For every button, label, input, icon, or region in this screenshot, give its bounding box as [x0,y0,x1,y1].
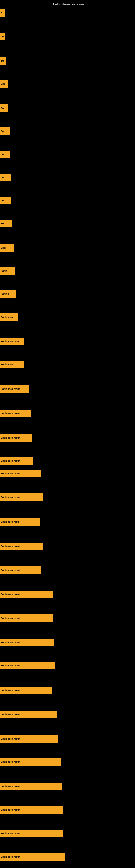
bar-item: Bott [0,197,11,204]
bar-item: Bottleneck result [0,493,43,501]
bar-label: Bottleneck result [1,569,20,571]
bar-label: Bot [1,153,5,156]
bar-item: Bottleneck result [0,614,53,622]
bar-label: Bottleneck result [1,689,20,692]
bar-item: Bottleneck [0,313,18,321]
bar-label: Bottlen [1,293,9,296]
bar-label: Bottleneck [1,316,13,318]
bar-item: Bot [0,104,8,112]
bar-label: Bott [1,130,5,133]
bar-item: Bottl [0,244,14,252]
bar-label: Bott [1,176,5,179]
bar-item: Bott [0,220,12,227]
bar-label: Bottleneck result [1,388,20,390]
site-title: TheBottlenecker.com [51,2,84,6]
bar-label: Bottleneck result [1,713,20,716]
bar-item: Bottleneck resu [0,518,41,526]
bar-label: Bott [1,222,5,225]
bar-label: Bottleneck result [1,856,20,858]
bar-item: Bottleneck result [0,639,54,646]
bar-label: Bottleneck result [1,641,20,644]
bar-label: Bottleneck result [1,545,20,548]
bar-label: Bottleneck result [1,617,20,620]
bar-item: Bottleneck result [0,806,63,814]
bar-item: Bottleneck result [0,782,61,790]
bar-label: Bottleneck result [1,460,20,462]
bar-item: Bott [0,174,11,181]
bar-item: Bottleneck r [0,361,24,368]
bar-item: Bottleneck result [0,758,61,766]
bar-item: B [0,9,5,17]
bar-item: Bo [0,57,6,65]
bar-label: Bot [1,83,5,85]
bar-item: Bottleneck result [0,470,41,477]
bar-label: Bot [1,107,5,110]
bar-label: B [1,12,2,14]
bar-label: Bottleneck r [1,363,14,366]
bar-label: Bottleneck resu [1,340,19,343]
bar-item: Bott [0,127,10,135]
bar-item: Bottleneck result [0,542,43,550]
bar-label: Bo [1,35,4,38]
bar-item: Bottleneck result [0,410,31,417]
bar-label: Bottleneck result [1,832,20,835]
bar-item: Bo [0,33,5,40]
bar-label: Bottleneck resu [1,521,19,523]
bar-item: Bottleneck result [0,566,41,574]
bar-label: Bottleneck result [1,761,20,763]
bar-label: Bo [1,59,4,62]
bar-item: Bottleneck result [0,853,65,861]
bar-label: Bottleneck result [1,664,20,667]
bar-item: Bottleneck result [0,830,63,837]
bar-item: Bottleneck resu [0,338,24,345]
bar-label: Bottleneck result [1,412,20,415]
bar-label: Bottle [1,270,8,272]
bar-item: Bottleneck result [0,457,33,465]
bar-item: Bottleneck result [0,735,58,743]
bar-item: Bottleneck result [0,385,29,393]
bar-item: Bottleneck result [0,662,55,670]
bar-item: Bottle [0,267,15,275]
bar-label: Bottleneck result [1,738,20,740]
bar-item: Bottleneck result [0,686,52,694]
bar-label: Bottl [1,247,6,249]
bar-label: Bott [1,199,5,202]
bar-label: Bottleneck result [1,593,20,596]
bar-label: Bottleneck result [1,496,20,499]
bar-item: Bottleneck result [0,590,53,598]
bar-label: Bottleneck result [1,809,20,811]
bar-label: Bottleneck result [1,436,20,439]
bar-label: Bottleneck result [1,472,20,475]
bar-item: Bottlen [0,290,16,298]
bar-item: Bottleneck result [0,434,32,442]
bar-label: Bottleneck result [1,785,20,788]
bar-item: Bot [0,151,10,158]
bar-item: Bottleneck result [0,711,57,718]
bar-item: Bot [0,80,8,88]
